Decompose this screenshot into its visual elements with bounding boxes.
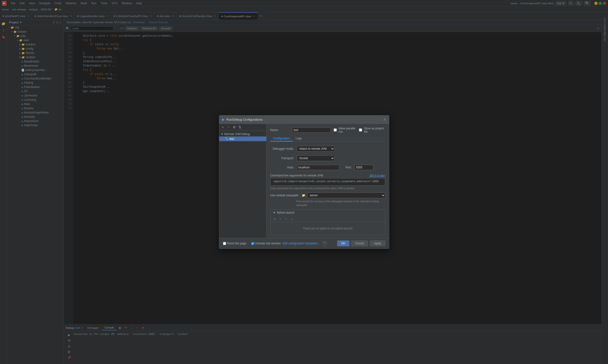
footer-buttons: OK Cancel Apply xyxy=(337,241,385,246)
tab-logs[interactable]: Logs xyxy=(293,136,305,142)
apply-button[interactable]: Apply xyxy=(370,241,385,246)
show-page-checkbox[interactable] xyxy=(223,242,226,245)
dialog-body: + − ⧉ ⇅ ▼ Remote JVM Debug 🔧 test xyxy=(219,124,389,238)
ok-button[interactable]: OK xyxy=(337,241,349,246)
copy-config-button[interactable]: ⧉ xyxy=(232,125,237,130)
name-input[interactable] xyxy=(292,128,331,133)
cmd-args-header: Command line arguments for remote JVM: J… xyxy=(270,174,385,177)
bl-down-button[interactable]: ↓ xyxy=(289,216,294,221)
before-launch-content: There are no tasks to run before launch xyxy=(271,222,385,235)
remove-config-button[interactable]: − xyxy=(226,125,231,130)
dialog-config-toolbar: + − ⧉ ⇅ xyxy=(219,124,266,131)
allow-parallel-checkbox[interactable] xyxy=(334,129,337,131)
transport-label: Transport: xyxy=(270,156,294,160)
before-launch-header[interactable]: ▼ Before launch xyxy=(271,209,385,216)
config-tree-panel: + − ⧉ ⇅ ▼ Remote JVM Debug 🔧 test xyxy=(219,124,267,238)
jvm-args-display: -agentlib:jdwp=transport=dt_socket,serve… xyxy=(270,178,385,186)
module-hint-text: First search for sources of the debugged… xyxy=(296,200,385,207)
dialog-titlebar: ▶ Run/Debug Configurations ✕ xyxy=(219,116,389,124)
store-project-checkbox[interactable] xyxy=(359,129,362,131)
config-detail-tabs: Configuration Logs xyxy=(270,136,385,142)
module-classpath-section: Use module classpath: 📁 server First sea… xyxy=(270,193,385,207)
cancel-button[interactable]: Cancel xyxy=(351,241,368,246)
transport-row: Transport: Socket xyxy=(270,156,385,161)
dialog-overlay: ▶ Run/Debug Configurations ✕ + − ⧉ ⇅ ▼ R… xyxy=(0,0,608,364)
jvm-hint-text: Copy and paste the arguments to the comm… xyxy=(270,187,385,190)
debugger-mode-row: Debugger mode: Attach to remote JVM xyxy=(270,146,385,152)
debugger-mode-label: Debugger mode: xyxy=(270,147,294,150)
config-item-icon: 🔧 xyxy=(225,137,228,140)
name-label: Name: xyxy=(270,129,289,132)
jdk-link[interactable]: JDK 9 or later xyxy=(369,174,385,177)
add-config-button[interactable]: + xyxy=(221,125,225,130)
config-group-remote-jvm: ▼ Remote JVM Debug 🔧 test xyxy=(219,131,266,142)
run-icon: ▶ xyxy=(222,117,225,121)
show-page-label[interactable]: Show this page xyxy=(223,242,246,245)
dialog-footer: Show this page Activate tool window Edit… xyxy=(219,238,389,248)
bl-up-button[interactable]: ↑ xyxy=(284,216,288,221)
cmd-args-label: Command line arguments for remote JVM: xyxy=(270,174,324,177)
host-port-row: Host: Port: xyxy=(270,165,385,170)
module-classpath-label: Use module classpath: xyxy=(270,194,299,197)
config-item-label: test xyxy=(230,137,234,141)
help-button[interactable]: ? xyxy=(322,241,327,246)
activate-tool-checkbox[interactable] xyxy=(251,242,254,245)
port-input[interactable] xyxy=(354,165,373,170)
sort-config-button[interactable]: ⇅ xyxy=(238,125,242,130)
before-launch-toolbar: + − ↑ ↓ xyxy=(271,216,385,222)
module-icon: 📁 xyxy=(302,194,305,197)
port-label: Port: xyxy=(342,166,352,169)
bl-remove-button[interactable]: − xyxy=(278,216,283,221)
config-details-panel: Name: Allow parallel run Store as projec… xyxy=(267,124,389,238)
footer-checkboxes: Show this page Activate tool window xyxy=(223,242,281,245)
checkboxes-row: Allow parallel run Store as project file xyxy=(334,127,385,133)
allow-parallel-label[interactable]: Allow parallel run xyxy=(334,127,357,133)
activate-tool-label[interactable]: Activate tool window xyxy=(251,242,281,245)
expand-tri: ▼ xyxy=(221,133,223,135)
dialog-title: Run/Debug Configurations xyxy=(227,118,263,121)
remote-jvm-group-label: Remote JVM Debug xyxy=(224,132,250,136)
tab-configuration[interactable]: Configuration xyxy=(270,136,293,142)
edit-templates-link[interactable]: Edit configuration templates... xyxy=(283,242,320,245)
before-launch-label: Before launch xyxy=(277,211,294,214)
host-label: Host: xyxy=(270,166,294,169)
before-launch-section: ▼ Before launch + − ↑ ↓ There are no tas… xyxy=(270,209,385,235)
dialog-close-button[interactable]: ✕ xyxy=(383,117,386,122)
config-group-header-remote[interactable]: ▼ Remote JVM Debug xyxy=(219,132,266,136)
classpath-select[interactable]: server xyxy=(307,193,385,198)
title-area: ▶ Run/Debug Configurations xyxy=(222,117,263,121)
name-row: Name: Allow parallel run Store as projec… xyxy=(270,127,385,133)
transport-select[interactable]: Socket xyxy=(297,156,335,161)
bl-add-button[interactable]: + xyxy=(272,216,277,221)
host-input[interactable] xyxy=(297,165,339,170)
config-item-test[interactable]: 🔧 test xyxy=(219,136,266,141)
no-tasks-text: There are no tasks to run before launch xyxy=(303,227,352,230)
classpath-row: 📁 server xyxy=(302,193,385,198)
debugger-mode-select[interactable]: Attach to remote JVM xyxy=(297,146,335,152)
store-project-label[interactable]: Store as project file xyxy=(359,127,385,133)
run-debug-dialog: ▶ Run/Debug Configurations ✕ + − ⧉ ⇅ ▼ R… xyxy=(219,115,389,249)
module-classpath-row: Use module classpath: 📁 server xyxy=(270,193,385,198)
cmd-args-section: Command line arguments for remote JVM: J… xyxy=(270,174,385,190)
before-launch-tri: ▼ xyxy=(273,211,276,214)
